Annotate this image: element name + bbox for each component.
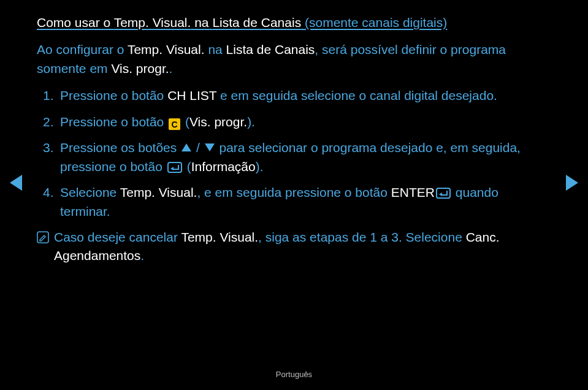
text: Pressione o botão bbox=[60, 115, 167, 129]
text: Caso deseje cancelar bbox=[54, 230, 181, 244]
down-arrow-icon bbox=[205, 143, 215, 151]
intro-period: . bbox=[169, 61, 173, 75]
list-item: 4. Selecione Temp. Visual., e em seguida… bbox=[43, 183, 551, 221]
text-bold: ENTER bbox=[391, 185, 435, 199]
item-number: 1. bbox=[43, 86, 60, 105]
item-body: Pressione o botão CH LIST e em seguida s… bbox=[60, 86, 551, 105]
title-text-2: Temp. Visual. bbox=[114, 15, 191, 29]
title-text-1: Como usar o bbox=[37, 15, 114, 29]
manual-page: Como usar o Temp. Visual. na Lista de Ca… bbox=[0, 0, 588, 390]
title-text-5: (somente canais digitais) bbox=[301, 15, 447, 29]
text: , e em seguida pressione o botão bbox=[197, 185, 391, 199]
up-arrow-icon bbox=[181, 143, 191, 151]
intro-t3: na bbox=[205, 42, 226, 56]
text-bold: Informação bbox=[191, 159, 256, 174]
svg-rect-0 bbox=[37, 232, 48, 243]
text-bold: Temp. Visual. bbox=[181, 230, 258, 244]
list-item: 3. Pressione os botões / para selecionar… bbox=[43, 139, 551, 176]
text: ( bbox=[181, 115, 189, 129]
enter-button-icon bbox=[167, 162, 182, 173]
item-number: 3. bbox=[43, 139, 60, 176]
intro-t4: Lista de Canais bbox=[226, 42, 315, 56]
list-item: 1. Pressione o botão CH LIST e em seguid… bbox=[43, 86, 551, 105]
intro-paragraph: Ao configurar o Temp. Visual. na Lista d… bbox=[37, 40, 551, 78]
page-title: Como usar o Temp. Visual. na Lista de Ca… bbox=[37, 13, 551, 32]
title-text-4: Lista de Canais bbox=[212, 15, 301, 29]
title-text-3: na bbox=[191, 15, 212, 29]
enter-button-icon bbox=[436, 188, 451, 199]
item-number: 4. bbox=[43, 183, 60, 221]
nav-prev-arrow-icon[interactable] bbox=[10, 175, 22, 191]
text-bold: Vis. progr. bbox=[189, 115, 247, 129]
pencil-note-icon bbox=[37, 231, 49, 243]
nav-next-arrow-icon[interactable] bbox=[566, 175, 578, 191]
slash: / bbox=[193, 140, 204, 155]
note-icon bbox=[37, 228, 54, 266]
text: ). bbox=[256, 159, 264, 174]
item-number: 2. bbox=[43, 113, 60, 131]
text: Pressione o botão bbox=[60, 88, 167, 102]
text: ). bbox=[247, 115, 255, 129]
item-body: Pressione o botão C (Vis. progr.). bbox=[60, 113, 551, 131]
content-area: Como usar o Temp. Visual. na Lista de Ca… bbox=[0, 0, 588, 266]
intro-t6: Vis. progr. bbox=[111, 61, 169, 75]
text: Selecione bbox=[60, 185, 120, 199]
text-bold: Temp. Visual. bbox=[120, 185, 197, 199]
text: , siga as etapas de 1 a 3. Selecione bbox=[258, 230, 466, 244]
note-paragraph: Caso deseje cancelar Temp. Visual., siga… bbox=[37, 228, 551, 266]
text: . bbox=[140, 248, 144, 262]
note-body: Caso deseje cancelar Temp. Visual., siga… bbox=[54, 228, 551, 266]
intro-t2: Temp. Visual. bbox=[128, 42, 205, 56]
footer-language-label: Português bbox=[0, 370, 588, 379]
list-item: 2. Pressione o botão C (Vis. progr.). bbox=[43, 113, 551, 131]
intro-t1: Ao configurar o bbox=[37, 42, 128, 56]
item-body: Pressione os botões / para selecionar o … bbox=[60, 139, 551, 176]
text: ( bbox=[183, 159, 191, 174]
yellow-c-button-icon: C bbox=[169, 118, 180, 130]
text: Pressione os botões bbox=[60, 140, 180, 155]
instruction-list: 1. Pressione o botão CH LIST e em seguid… bbox=[37, 86, 551, 221]
text-bold: CH LIST bbox=[167, 88, 216, 102]
item-body: Selecione Temp. Visual., e em seguida pr… bbox=[60, 183, 551, 221]
text: e em seguida selecione o canal digital d… bbox=[216, 88, 497, 102]
